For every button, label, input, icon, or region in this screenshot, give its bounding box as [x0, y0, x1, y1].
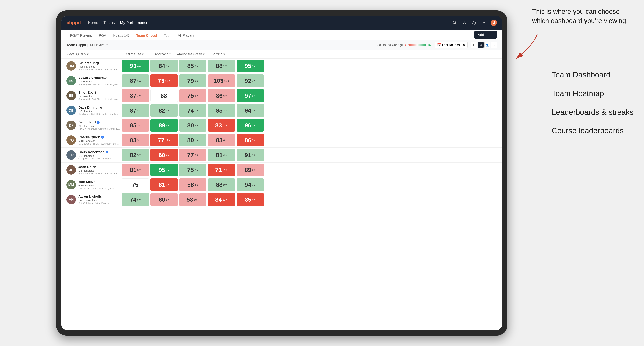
player-name: Aaron Nicholls	[78, 195, 121, 198]
player-info[interactable]: CR Chris Robertson✓ 1-5 Handicap Craigmi…	[66, 148, 121, 162]
player-info[interactable]: MM Matt Miller 6-10 Handicap Woburn Golf…	[66, 178, 121, 191]
tablet-frame: clippd Home Teams My Performance	[56, 10, 508, 336]
player-avatar: DF	[66, 121, 76, 130]
table-row: EE Elliot Ebert 1-5 Handicap Sunningdale…	[61, 88, 502, 103]
tab-pgat-players[interactable]: PGAT Players	[66, 33, 96, 40]
score-cell: 73 11▼	[150, 74, 178, 87]
player-details: Blair McHarg Plus Handicap Royal North D…	[78, 61, 121, 71]
tablet-screen: clippd Home Teams My Performance	[61, 16, 502, 330]
player-details: Edward Crossman 1-5 Handicap Sunningdale…	[78, 76, 121, 86]
player-club: Sunningdale Golf Club, United Kingdom	[78, 98, 121, 100]
nav-my-performance[interactable]: My Performance	[120, 20, 148, 25]
sub-nav-tabs: PGAT Players PGA Hcaps 1-5 Team Clippd T…	[66, 30, 198, 40]
player-club: Royal North Devon Golf Club, United King…	[78, 172, 121, 175]
col-header-off-tee[interactable]: Off the Tee ▾	[121, 52, 149, 56]
score-cell: 86 8▼	[236, 134, 264, 147]
player-handicap: 11-15 Handicap	[78, 199, 121, 202]
player-info[interactable]: JC Josh Coles 1-5 Handicap Royal North D…	[66, 163, 121, 176]
table-row: MM Matt Miller 6-10 Handicap Woburn Golf…	[61, 177, 502, 192]
col-header-approach[interactable]: Approach ▾	[149, 52, 177, 56]
table-row: CQ Charlie Quick✓ 6-10 Handicap St. Geor…	[61, 133, 502, 148]
search-icon[interactable]	[452, 19, 458, 26]
player-club: Drift Golf Club, United Kingdom	[78, 202, 121, 204]
col-header-around-green[interactable]: Around the Green ▾	[177, 52, 205, 56]
table-row: AN Aaron Nicholls 11-15 Handicap Drift G…	[61, 192, 502, 207]
player-handicap: 1-5 Handicap	[78, 80, 121, 83]
score-cell: 82 3▼	[122, 149, 149, 161]
col-header-putting[interactable]: Putting ▾	[205, 52, 233, 56]
score-cell: 60 2▲	[150, 149, 178, 161]
tab-all-players[interactable]: All Players	[174, 33, 198, 40]
tab-pga[interactable]: PGA	[96, 33, 110, 40]
score-cell: 84 6▲	[150, 60, 178, 72]
score-cell: 89 2▼	[236, 164, 264, 176]
edit-icon[interactable]: ✏	[106, 43, 108, 47]
score-cell: 81 3▼	[122, 164, 149, 176]
player-name: Elliot Ebert	[78, 91, 121, 95]
player-club: St. George's Hill GC - Weybridge, Surrey…	[78, 142, 121, 145]
score-cell: 79 9▲	[179, 74, 206, 87]
player-info[interactable]: EC Edward Crossman 1-5 Handicap Sunningd…	[66, 74, 121, 87]
player-info[interactable]: AN Aaron Nicholls 11-15 Handicap Drift G…	[66, 193, 121, 206]
tab-team-clippd[interactable]: Team Clippd	[133, 33, 160, 40]
tab-hcaps[interactable]: Hcaps 1-5	[110, 33, 133, 40]
user-avatar[interactable]: U	[491, 19, 497, 26]
player-club: Royal North Devon Golf Club, United King…	[78, 128, 121, 130]
player-details: Chris Robertson✓ 1-5 Handicap Craigmilla…	[78, 150, 121, 160]
table-row: CR Chris Robertson✓ 1-5 Handicap Craigmi…	[61, 148, 502, 163]
top-nav: clippd Home Teams My Performance	[61, 16, 502, 30]
annotation-item-1: Team Heatmap	[552, 85, 634, 102]
score-cell: 77 14▼	[150, 134, 178, 147]
score-cell: 88 1▼	[208, 60, 235, 72]
player-details: Josh Coles 1-5 Handicap Royal North Devo…	[78, 165, 121, 175]
verified-icon: ✓	[97, 121, 100, 124]
score-cell: 58 4▲	[179, 178, 206, 191]
player-name: Edward Crossman	[78, 76, 121, 80]
player-info[interactable]: BM Blair McHarg Plus Handicap Royal Nort…	[66, 59, 121, 72]
score-cell: 103 15▲	[208, 74, 235, 87]
app-logo: clippd	[66, 20, 81, 25]
player-avatar: EE	[66, 91, 76, 100]
player-info[interactable]: DB Dave Billingham 1-5 Handicap Gog Mago…	[66, 104, 121, 117]
user-icon[interactable]	[461, 19, 468, 26]
score-cell: 92 3▼	[236, 74, 264, 87]
score-cell: 83 10▼	[208, 119, 235, 132]
score-cell: 77 3▼	[179, 149, 206, 161]
nav-home[interactable]: Home	[88, 20, 98, 25]
col-header-player[interactable]: Player Quality ▾	[66, 52, 121, 56]
player-info[interactable]: DF David Ford✓ Plus Handicap Royal North…	[66, 119, 121, 132]
player-handicap: 1-5 Handicap	[78, 110, 121, 113]
table-view-button[interactable]: ▦	[478, 42, 484, 48]
player-details: David Ford✓ Plus Handicap Royal North De…	[78, 120, 121, 130]
grid-view-button[interactable]: ⊞	[471, 42, 477, 48]
player-info[interactable]: EE Elliot Ebert 1-5 Handicap Sunningdale…	[66, 89, 121, 102]
player-avatar: DB	[66, 106, 76, 115]
score-cell: 80 1▲	[179, 134, 206, 147]
score-cell: 80 3▲	[179, 119, 206, 132]
svg-point-1	[453, 21, 456, 23]
svg-line-2	[455, 23, 456, 24]
score-cell: 88	[150, 89, 178, 102]
score-cell: 94 3▲	[236, 178, 264, 191]
view-icons: ⊞ ▦ 👤 ↕	[471, 42, 497, 48]
nav-items: Home Teams My Performance	[88, 20, 452, 25]
person-view-button[interactable]: 👤	[484, 42, 490, 48]
player-handicap: Plus Handicap	[78, 65, 121, 68]
annotation-list: Team Dashboard Team Heatmap Leaderboards…	[552, 66, 634, 141]
last-rounds-button[interactable]: 📅 Last Rounds: 20	[434, 42, 468, 48]
score-cell: 94 1▲	[236, 104, 264, 117]
bell-icon[interactable]	[471, 19, 478, 26]
tab-tour[interactable]: Tour	[160, 33, 174, 40]
verified-icon: ✓	[106, 151, 108, 154]
score-cell: 84 21▼	[208, 193, 235, 206]
add-team-button[interactable]: Add Team	[474, 31, 497, 39]
nav-teams[interactable]: Teams	[104, 20, 115, 25]
score-cell: 87 1▲	[122, 74, 149, 87]
settings-icon[interactable]	[481, 19, 487, 26]
player-club: Woburn Golf Club, United Kingdom	[78, 187, 121, 190]
sort-view-button[interactable]: ↕	[491, 42, 497, 48]
score-cell: 61 3▼	[150, 178, 178, 191]
score-cell: 75 2▲	[179, 164, 206, 176]
player-club: Royal North Devon Golf Club, United King…	[78, 68, 121, 71]
player-info[interactable]: CQ Charlie Quick✓ 6-10 Handicap St. Geor…	[66, 134, 121, 147]
